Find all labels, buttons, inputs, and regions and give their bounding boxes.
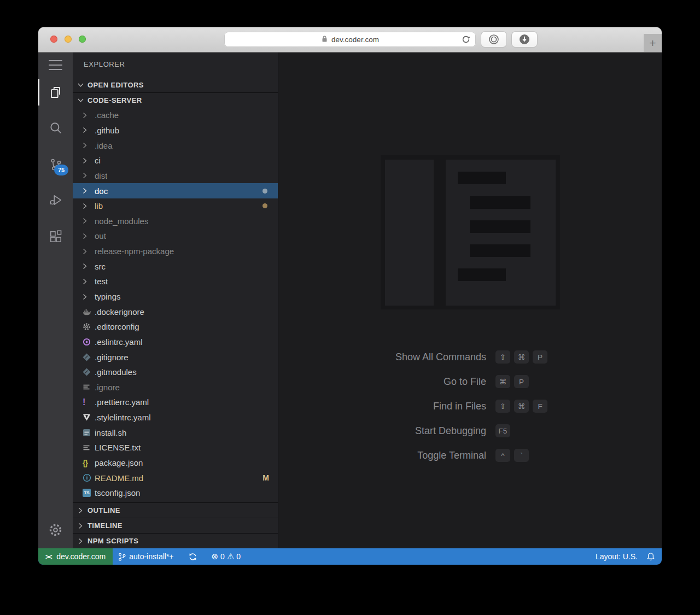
run-debug-icon	[49, 193, 63, 207]
chevron-right-icon	[76, 507, 85, 514]
chevron-down-icon	[76, 82, 85, 89]
tree-item-readme-md[interactable]: README.mdM	[73, 470, 278, 485]
error-icon: ⊗	[212, 552, 219, 560]
stylelint-shield-icon	[83, 413, 95, 421]
keycap: F	[533, 400, 547, 413]
activity-bar: 75	[38, 52, 73, 548]
explorer-tab[interactable]	[38, 79, 73, 106]
shell-script-icon	[83, 429, 95, 437]
tree-item-license-txt[interactable]: LICENSE.txt	[73, 440, 278, 455]
close-button[interactable]	[50, 36, 57, 43]
tree-item-src[interactable]: src	[73, 259, 278, 274]
section-header-timeline[interactable]: TIMELINE	[73, 518, 278, 533]
tree-item-editorconfig[interactable]: .editorconfig	[73, 319, 278, 335]
git-diamond-icon	[83, 368, 95, 376]
minimize-button[interactable]	[65, 36, 72, 43]
tree-item-idea[interactable]: .idea	[73, 138, 278, 153]
tree-item-label: lib	[95, 201, 103, 210]
tree-item-doc[interactable]: doc	[73, 183, 278, 198]
tree-item-release-npm-package[interactable]: release-npm-package	[73, 244, 278, 259]
editor-watermark-graphic	[381, 155, 560, 309]
chevron-right-icon	[83, 157, 95, 164]
tree-item-ci[interactable]: ci	[73, 153, 278, 168]
reload-button[interactable]	[461, 34, 471, 44]
zoom-button[interactable]	[79, 36, 86, 43]
tree-item-stylelintrc-yaml[interactable]: .stylelintrc.yaml	[73, 410, 278, 425]
shortcut-label: Show All Commands	[278, 352, 486, 363]
editor-area: Show All Commands⇧⌘PGo to File⌘PFind in …	[278, 52, 662, 548]
git-branch-icon	[118, 552, 126, 561]
open-editors-header[interactable]: OPEN EDITORS	[73, 78, 278, 92]
downloads-button[interactable]	[512, 32, 537, 47]
tree-item-label: .prettierrc.yaml	[95, 397, 149, 407]
tree-item-label: .stylelintrc.yaml	[95, 413, 151, 422]
keyboard-layout-indicator[interactable]: Layout: U.S.	[591, 552, 642, 561]
run-debug-tab[interactable]	[38, 187, 73, 213]
tree-item-eslintrc-yaml[interactable]: .eslintrc.yaml	[73, 335, 278, 350]
tree-item-node-modules[interactable]: node_modules	[73, 213, 278, 229]
problems-indicator[interactable]: ⊗ 0 ⚠ 0	[207, 548, 246, 565]
menu-button[interactable]	[38, 52, 73, 78]
keycap: ⌘	[514, 400, 529, 413]
tree-item-label: release-npm-package	[95, 247, 174, 256]
tree-item-label: ci	[95, 156, 101, 165]
file-tree: .cache.github.ideacidistdoclibnode_modul…	[73, 108, 278, 501]
tree-item-label: .gitignore	[95, 353, 129, 362]
tree-item-label: install.sh	[95, 428, 126, 437]
keycap: P	[533, 350, 547, 364]
shortcut-label: Start Debugging	[278, 425, 486, 437]
tree-item-tsconfig-json[interactable]: TStsconfig.json	[73, 485, 278, 501]
section-header-npm-scripts[interactable]: NPM SCRIPTS	[73, 533, 278, 548]
search-icon	[49, 121, 63, 135]
address-bar[interactable]: dev.coder.com	[224, 32, 476, 47]
branch-indicator[interactable]: auto-install*+	[113, 548, 178, 565]
shortcut-label: Find in Files	[278, 401, 486, 412]
tree-item-gitignore[interactable]: .gitignore	[73, 349, 278, 365]
chevron-right-icon	[83, 218, 95, 224]
tree-item-github[interactable]: .github	[73, 123, 278, 138]
tree-item-label: dist	[95, 171, 107, 180]
settings-button[interactable]	[38, 517, 73, 543]
section-header-outline[interactable]: OUTLINE	[73, 502, 278, 518]
shortcut-row: Toggle Terminal^`	[278, 449, 662, 462]
remote-indicator[interactable]: >< dev.coder.com	[38, 548, 113, 565]
tree-item-label: .eslintrc.yaml	[95, 337, 143, 347]
keycap: ⌘	[514, 350, 529, 364]
source-control-tab[interactable]: 75	[38, 151, 73, 178]
tree-item-gitmodules[interactable]: .gitmodules	[73, 365, 278, 380]
status-bar: >< dev.coder.com auto-install*+	[38, 548, 662, 565]
browser-toolbar: dev.coder.com +	[38, 27, 662, 52]
tree-item-out[interactable]: out	[73, 229, 278, 244]
sidebar-title: EXPLORER	[73, 52, 278, 75]
tree-item-lib[interactable]: lib	[73, 198, 278, 214]
watermark-sidebar-panel	[385, 160, 434, 306]
tree-item-install-sh[interactable]: install.sh	[73, 425, 278, 440]
tree-item-dockerignore[interactable]: .dockerignore	[73, 304, 278, 319]
tree-item-typings[interactable]: typings	[73, 289, 278, 304]
warning-icon: ⚠	[227, 552, 234, 560]
tree-item-label: tsconfig.json	[95, 488, 140, 497]
tree-item-package-json[interactable]: {}package.json	[73, 455, 278, 471]
chevron-right-icon	[83, 188, 95, 194]
tree-item-test[interactable]: test	[73, 274, 278, 289]
notifications-button[interactable]	[642, 552, 662, 561]
tree-item-label: node_modules	[95, 216, 148, 226]
shortcut-row: Show All Commands⇧⌘P	[278, 350, 662, 364]
extensions-tab[interactable]	[38, 224, 73, 250]
sync-button[interactable]	[183, 548, 202, 565]
tree-item-cache[interactable]: .cache	[73, 108, 278, 123]
chevron-right-icon	[83, 263, 95, 270]
root-folder-header[interactable]: CODE-SERVER	[73, 92, 278, 108]
yaml-exclamation-icon: !	[83, 398, 95, 407]
onepassword-button[interactable]	[481, 32, 506, 47]
sidebar-bottom-sections: OUTLINETIMELINENPM SCRIPTS	[73, 502, 278, 548]
tree-item-ignore[interactable]: .ignore	[73, 380, 278, 395]
docker-whale-icon	[83, 308, 95, 316]
gear-icon	[48, 523, 63, 537]
tree-item-dist[interactable]: dist	[73, 168, 278, 184]
chevron-down-icon	[76, 97, 85, 104]
new-tab-button[interactable]: +	[644, 34, 662, 52]
search-tab[interactable]	[38, 115, 73, 141]
tree-item-prettierrc-yaml[interactable]: !.prettierrc.yaml	[73, 395, 278, 410]
tree-item-label: .gitmodules	[95, 367, 137, 377]
